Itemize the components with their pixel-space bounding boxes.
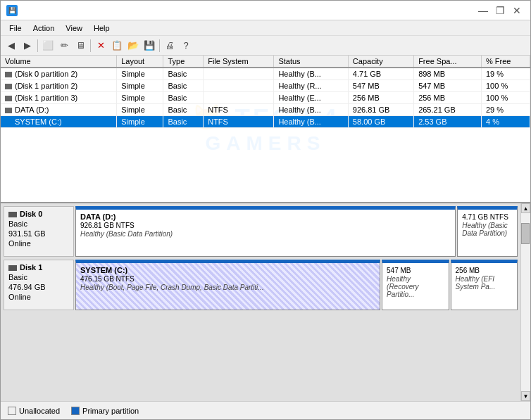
disk-size: 931.51 GB: [8, 229, 69, 238]
partition-size: 547 MB: [387, 267, 444, 274]
col-status[interactable]: Status: [274, 56, 348, 68]
table-row[interactable]: DATA (D:) Simple Basic NTFS Healthy (B..…: [1, 104, 530, 116]
disk-partitions-0: DATA (D:) 926.81 GB NTFS Healthy (Basic …: [75, 206, 518, 257]
cell-pctfree: 4 %: [482, 116, 530, 128]
cell-freespace: 265.21 GB: [414, 104, 482, 116]
disk-label-0: Disk 0 Basic 931.51 GB Online: [4, 206, 74, 257]
cell-status: Healthy (B...: [274, 68, 348, 80]
legend-primary-box: [71, 407, 80, 415]
partition-size: 4.71 GB NTFS: [462, 213, 513, 221]
forward-button[interactable]: ▶: [20, 38, 35, 53]
legend-primary-label: Primary partition: [82, 407, 139, 415]
col-volume[interactable]: Volume: [1, 56, 117, 68]
cell-layout: Simple: [117, 68, 163, 80]
window-controls: — ❐ ✕: [475, 4, 525, 18]
legend-bar: Unallocated Primary partition: [1, 401, 530, 419]
cell-layout: Simple: [117, 104, 163, 116]
cell-capacity: 4.71 GB: [348, 68, 413, 80]
legend-unallocated-label: Unallocated: [19, 407, 60, 415]
table-row[interactable]: (Disk 1 partition 3) Simple Basic Health…: [1, 92, 530, 104]
cell-freespace: 898 MB: [414, 68, 482, 80]
cell-layout: Simple: [117, 80, 163, 92]
cell-status: Healthy (B...: [274, 116, 348, 128]
col-filesystem[interactable]: File System: [204, 56, 274, 68]
toolbar-print-button[interactable]: 🖨: [162, 38, 177, 53]
cell-status: Healthy (E...: [274, 92, 348, 104]
volume-table-section: 🐱 TECH 4 GAMERS Volume Layout Type File …: [1, 56, 530, 203]
disk-partitions-1: SYSTEM (C:) 476.15 GB NTFS Healthy (Boot…: [75, 260, 518, 310]
cell-filesystem: [204, 68, 274, 80]
title-bar: 💾 — ❐ ✕: [1, 1, 530, 20]
toolbar-delete-button[interactable]: ✕: [93, 38, 108, 53]
scroll-down-button[interactable]: ▼: [521, 391, 530, 401]
menu-bar: File Action View Help: [1, 20, 530, 36]
partition-status: Healthy (Boot, Page File, Crash Dump, Ba…: [80, 284, 375, 291]
menu-action[interactable]: Action: [27, 23, 61, 34]
maximize-button[interactable]: ❐: [492, 4, 508, 18]
toolbar-btn-4[interactable]: 📋: [109, 38, 125, 53]
cell-filesystem: [204, 92, 274, 104]
cell-volume: DATA (D:): [1, 104, 117, 116]
close-button[interactable]: ✕: [509, 4, 525, 18]
menu-file[interactable]: File: [4, 23, 27, 34]
title-bar-left: 💾: [6, 5, 22, 16]
main-window: 💾 — ❐ ✕ File Action View Help ◀ ▶ ⬜ ✏ 🖥 …: [0, 0, 531, 420]
cell-capacity: 58.00 GB: [348, 116, 413, 128]
toolbar-btn-1[interactable]: ⬜: [40, 38, 56, 53]
cell-freespace: 2.53 GB: [414, 116, 482, 128]
col-freespace[interactable]: Free Spa...: [414, 56, 482, 68]
toolbar-btn-2[interactable]: ✏: [56, 38, 72, 53]
table-row[interactable]: (Disk 1 partition 2) Simple Basic Health…: [1, 80, 530, 92]
cell-status: Healthy (R...: [274, 80, 348, 92]
cell-volume: (Disk 1 partition 2): [1, 80, 117, 92]
disk-type: Basic: [8, 273, 69, 281]
partition-0-0[interactable]: DATA (D:) 926.81 GB NTFS Healthy (Basic …: [75, 206, 456, 257]
cell-volume: (Disk 1 partition 3): [1, 92, 117, 104]
cell-filesystem: [204, 80, 274, 92]
table-header-row: Volume Layout Type File System Status Ca…: [1, 56, 530, 68]
legend-primary: Primary partition: [71, 407, 139, 415]
cell-filesystem: NTFS: [204, 116, 274, 128]
scroll-thumb[interactable]: [521, 223, 530, 244]
col-pctfree[interactable]: % Free: [482, 56, 530, 68]
app-icon: 💾: [6, 5, 18, 16]
partition-1-1[interactable]: 547 MB Healthy (Recovery Partitio...: [382, 260, 449, 310]
disk-size: 476.94 GB: [8, 283, 69, 291]
partition-status: Healthy (Recovery Partitio...: [387, 275, 444, 298]
cell-pctfree: 29 %: [482, 104, 530, 116]
col-type[interactable]: Type: [163, 56, 204, 68]
toolbar-btn-5[interactable]: 📂: [125, 38, 141, 53]
vertical-scrollbar[interactable]: ▲ ▼: [520, 203, 530, 401]
menu-help[interactable]: Help: [88, 23, 115, 34]
partition-0-1[interactable]: 4.71 GB NTFS Healthy (Basic Data Partiti…: [457, 206, 518, 257]
cell-type: Basic: [163, 104, 204, 116]
table-row[interactable]: (Disk 0 partition 2) Simple Basic Health…: [1, 68, 530, 80]
partition-1-2[interactable]: 256 MB Healthy (EFI System Pa...: [451, 260, 518, 310]
disk-status: Online: [8, 293, 69, 301]
partition-1-0[interactable]: SYSTEM (C:) 476.15 GB NTFS Healthy (Boot…: [75, 260, 380, 310]
table-row[interactable]: SYSTEM (C:) Simple Basic NTFS Healthy (B…: [1, 116, 530, 128]
disk-name: Disk 0: [8, 210, 69, 218]
back-button[interactable]: ◀: [4, 38, 19, 53]
toolbar-sep-3: [159, 39, 160, 52]
partition-size: 926.81 GB NTFS: [80, 222, 451, 229]
partition-status: Healthy (Basic Data Partition): [462, 222, 513, 237]
watermark-sub: GAMERS: [206, 132, 326, 155]
minimize-button[interactable]: —: [475, 4, 491, 18]
menu-view[interactable]: View: [60, 23, 88, 34]
col-layout[interactable]: Layout: [117, 56, 163, 68]
legend-unallocated: Unallocated: [8, 407, 60, 415]
legend-unallocated-box: [8, 407, 16, 415]
toolbar-btn-6[interactable]: 💾: [142, 38, 157, 53]
toolbar: ◀ ▶ ⬜ ✏ 🖥 ✕ 📋 📂 💾 🖨 ?: [1, 36, 530, 56]
scroll-up-button[interactable]: ▲: [521, 203, 530, 213]
disk-row-1: Disk 1 Basic 476.94 GB Online SYSTEM (C:…: [4, 260, 518, 310]
col-capacity[interactable]: Capacity: [348, 56, 413, 68]
toolbar-help-button[interactable]: ?: [178, 38, 194, 53]
disk-status: Online: [8, 239, 69, 248]
toolbar-btn-3[interactable]: 🖥: [73, 38, 88, 53]
cell-status: Healthy (B...: [274, 104, 348, 116]
cell-volume: (Disk 0 partition 2): [1, 68, 117, 80]
volume-table: Volume Layout Type File System Status Ca…: [1, 56, 530, 128]
cell-pctfree: 19 %: [482, 68, 530, 80]
